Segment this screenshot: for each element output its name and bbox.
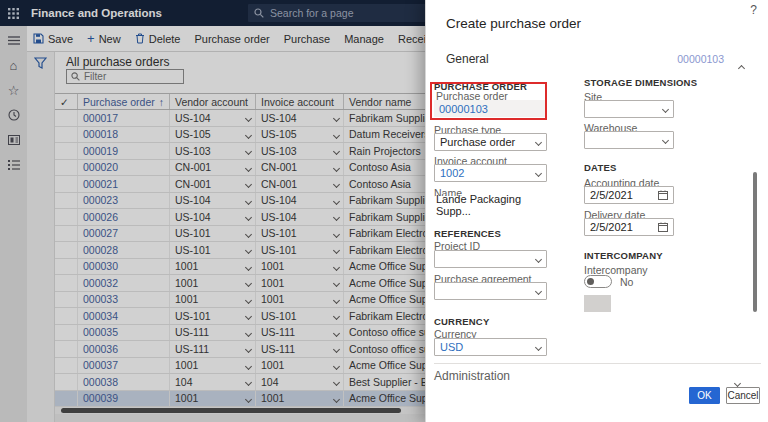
background-page: Finance and Operations Search for a page… [0,0,425,422]
chevron-down-icon [535,255,542,262]
group-intercompany: INTERCOMPANY [584,250,663,261]
intercompany-toggle[interactable]: No [584,275,633,288]
invoice-account-dropdown[interactable]: 1002 [434,164,547,182]
group-dates: DATES [584,162,617,173]
name-field[interactable]: Lande Packaging Supp... [434,196,547,214]
warehouse-dropdown[interactable] [584,131,674,149]
chevron-down-icon [662,105,669,112]
toggle-pill[interactable] [584,275,612,288]
accounting-date-field[interactable]: 2/5/2021 [584,186,674,204]
record-link[interactable]: 00000103 [677,53,724,65]
chevron-down-icon [535,343,542,350]
group-references: REFERENCES [434,228,501,239]
disabled-button-placeholder [584,295,611,312]
toggle-knob [587,278,594,285]
calendar-icon[interactable] [658,222,668,232]
section-administration[interactable]: Administration [434,369,510,383]
calendar-icon[interactable] [658,190,668,200]
chevron-down-icon [535,138,542,145]
chevron-down-icon [662,136,669,143]
project-id-dropdown[interactable] [434,250,547,268]
section-general[interactable]: General [446,52,489,66]
vertical-scrollbar-thumb[interactable] [753,172,757,312]
delivery-date-field[interactable]: 2/5/2021 [584,218,674,236]
chevron-down-icon [535,287,542,294]
help-icon[interactable]: ? [750,3,757,17]
toggle-state-text: No [620,276,633,288]
modal-overlay [0,0,425,422]
app-window: Finance and Operations Search for a page… [0,0,768,422]
cancel-button[interactable]: Cancel [726,387,760,404]
section-divider [434,363,761,364]
site-dropdown[interactable] [584,100,674,118]
group-currency: CURRENCY [434,316,489,327]
group-storage-dimensions: STORAGE DIMENSIONS [584,77,697,88]
dialog-title: Create purchase order [446,16,581,31]
ok-button[interactable]: OK [689,387,720,404]
chevron-down-icon [535,169,542,176]
purchase-agreement-dropdown[interactable] [434,282,547,300]
currency-dropdown[interactable]: USD [434,338,547,356]
create-purchase-order-dialog: ? Create purchase order General 00000103… [425,0,768,422]
purchase-type-dropdown[interactable]: Purchase order [434,133,547,151]
purchase-order-field[interactable]: 00000103 [434,100,547,117]
collapse-chevron-icon[interactable] [739,57,744,75]
